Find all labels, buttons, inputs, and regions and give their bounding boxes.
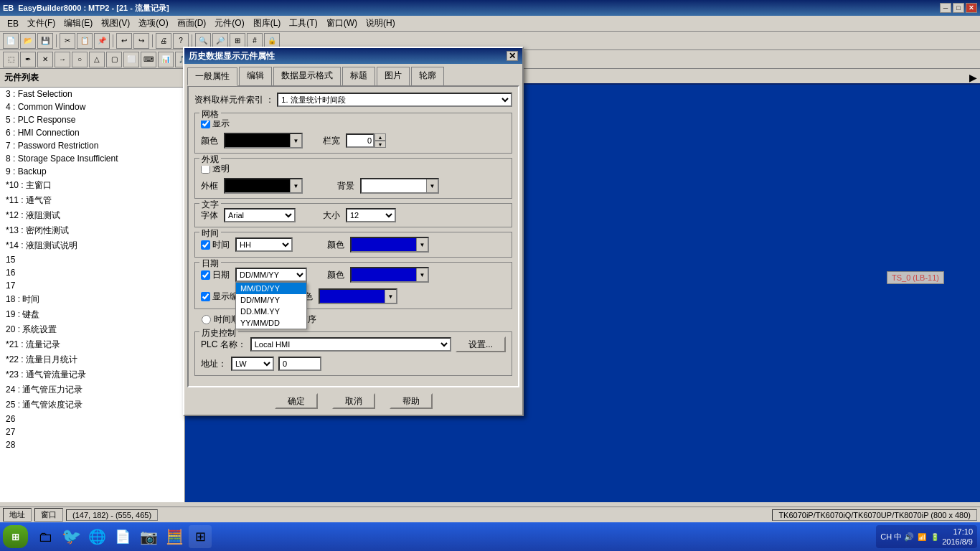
menu-eb[interactable]: EB (3, 17, 23, 30)
grid-width-down[interactable]: ▼ (374, 141, 386, 148)
dialog-close-btn[interactable]: ✕ (507, 51, 518, 61)
t2-btn4[interactable]: → (55, 52, 70, 67)
t2-btn5[interactable]: ○ (72, 52, 88, 67)
addr-value-input[interactable]: 0 (278, 357, 321, 371)
t2-btn1[interactable]: ⬚ (3, 52, 19, 67)
sidebar-item-14[interactable]: *14 : 液阻测试说明 (0, 238, 184, 253)
menu-edit[interactable]: 编辑(E) (60, 16, 97, 31)
time-asc-radio[interactable] (202, 315, 211, 324)
t2-btn10[interactable]: 📊 (158, 52, 174, 67)
sidebar-item-7[interactable]: 7 : Password Restriction (0, 139, 184, 152)
font-size-select[interactable]: 12 (346, 208, 396, 222)
minimize-button[interactable]: ─ (940, 3, 951, 13)
open-btn[interactable]: 📂 (20, 33, 36, 49)
dialog-tab-general[interactable]: 一般属性 (187, 67, 237, 86)
date-option-mmddyy[interactable]: MM/DD/YY (236, 283, 306, 294)
sidebar-item-4[interactable]: 4 : Common Window (0, 100, 184, 113)
taskbar-calc[interactable]: 🧮 (163, 525, 186, 548)
dialog-tab-image[interactable]: 图片 (377, 67, 410, 85)
dialog-tab-display-format[interactable]: 数据显示格式 (273, 67, 341, 85)
menu-window[interactable]: 窗口(W) (322, 16, 362, 31)
grid-width-up[interactable]: ▲ (374, 133, 386, 141)
menu-screen[interactable]: 画面(D) (173, 16, 211, 31)
t2-btn9[interactable]: ⌨ (141, 52, 156, 67)
sidebar-item-8[interactable]: 8 : Storage Space Insufficient (0, 152, 184, 165)
menu-file[interactable]: 文件(F) (23, 16, 60, 31)
sidebar-item-6[interactable]: 6 : HMI Connection (0, 126, 184, 139)
new-btn[interactable]: 📄 (3, 33, 19, 49)
plc-select[interactable]: Local HMI (250, 337, 451, 352)
time-checkbox[interactable] (201, 240, 210, 250)
close-button[interactable]: ✕ (966, 3, 977, 13)
copy-btn[interactable]: 📋 (77, 33, 93, 49)
sidebar-item-19[interactable]: 19 : 键盘 (0, 307, 184, 322)
sidebar-item-28[interactable]: 28 (0, 438, 184, 451)
dialog-tab-outline[interactable]: 轮廓 (411, 67, 444, 85)
sidebar-item-10[interactable]: *10 : 主窗口 (0, 178, 184, 193)
sidebar-item-12[interactable]: *12 : 液阻测试 (0, 208, 184, 223)
sidebar-item-18[interactable]: 18 : 时间 (0, 292, 184, 307)
t2-btn6[interactable]: △ (89, 52, 105, 67)
show-number-checkbox[interactable] (201, 292, 210, 301)
sidebar-item-17[interactable]: 17 (0, 279, 184, 292)
menu-options[interactable]: 选项(O) (134, 16, 172, 31)
cancel-button[interactable]: 取消 (332, 393, 375, 409)
taskbar-explorer[interactable]: 🗀 (34, 525, 57, 548)
taskbar-photo[interactable]: 📷 (137, 525, 160, 548)
help-button[interactable]: 帮助 (390, 393, 433, 409)
time-format-select[interactable]: HH (235, 237, 293, 252)
settings-btn[interactable]: 设置... (456, 336, 506, 352)
cut-btn[interactable]: ✂ (60, 33, 75, 49)
border-color-dropdown[interactable]: ▼ (290, 179, 301, 192)
time-color-dropdown[interactable]: ▼ (416, 238, 428, 251)
sidebar-item-3[interactable]: 3 : Fast Selection (0, 88, 184, 100)
tab-scroll-right[interactable]: ▶ (966, 72, 980, 83)
sidebar-item-21[interactable]: *21 : 流量记录 (0, 337, 184, 352)
restore-button[interactable]: □ (953, 3, 964, 13)
sidebar-item-25[interactable]: 25 : 通气管浓度记录 (0, 397, 184, 413)
font-select[interactable]: Arial (224, 208, 296, 222)
menu-element[interactable]: 元件(O) (210, 16, 248, 31)
menu-view[interactable]: 视图(V) (97, 16, 134, 31)
taskbar-app[interactable]: ⊞ (189, 525, 212, 548)
date-option-ddmmyy[interactable]: DD/MM/YY (236, 294, 306, 306)
sidebar-item-24[interactable]: 24 : 通气管压力记录 (0, 382, 184, 397)
sidebar-item-27[interactable]: 27 (0, 425, 184, 438)
taskbar-bird[interactable]: 🐦 (60, 525, 83, 548)
dialog-tab-title[interactable]: 标题 (342, 67, 375, 85)
ok-button[interactable]: 确定 (275, 393, 318, 409)
sidebar-item-23[interactable]: *23 : 通气管流量记录 (0, 367, 184, 382)
menu-library[interactable]: 图库(L) (249, 16, 286, 31)
paste-btn[interactable]: 📌 (94, 33, 110, 49)
sidebar-item-5[interactable]: 5 : PLC Response (0, 113, 184, 126)
taskbar-pdf[interactable]: 📄 (111, 525, 134, 548)
date-format-select[interactable]: DD/MM/YY (235, 268, 307, 282)
t2-btn2[interactable]: ✒ (20, 52, 36, 67)
date-color-dropdown[interactable]: ▼ (416, 268, 428, 281)
taskbar-globe[interactable]: 🌐 (85, 525, 108, 548)
sampling-select[interactable]: 1. 流量统计时间段 (277, 93, 512, 107)
dialog-tab-edit[interactable]: 编辑 (239, 67, 272, 85)
undo-btn[interactable]: ↩ (116, 33, 132, 49)
sidebar-item-11[interactable]: *11 : 通气管 (0, 193, 184, 208)
number-color-dropdown[interactable]: ▼ (385, 290, 396, 303)
t2-btn8[interactable]: ⬜ (123, 52, 139, 67)
sidebar-item-20[interactable]: 20 : 系统设置 (0, 322, 184, 337)
grid-width-input[interactable]: 0 (346, 133, 374, 148)
print-btn[interactable]: 🖨 (156, 33, 171, 49)
date-option-ddmmyy2[interactable]: DD.MM.YY (236, 306, 306, 317)
menu-help[interactable]: 说明(H) (362, 16, 400, 31)
start-button[interactable]: ⊞ (3, 525, 28, 548)
addr-prefix-select[interactable]: LW (231, 357, 274, 371)
sidebar-item-15[interactable]: 15 (0, 253, 184, 266)
date-checkbox[interactable] (201, 270, 210, 280)
sidebar-item-22[interactable]: *22 : 流量日月统计 (0, 352, 184, 367)
sidebar-item-13[interactable]: *13 : 密闭性测试 (0, 223, 184, 238)
t2-btn3[interactable]: ✕ (37, 52, 53, 67)
grid-color-dropdown-btn[interactable]: ▼ (290, 134, 301, 147)
date-option-yymmdd[interactable]: YY/MM/DD (236, 317, 306, 329)
sidebar-item-9[interactable]: 9 : Backup (0, 165, 184, 178)
bg-color-dropdown[interactable]: ▼ (426, 179, 438, 192)
t2-btn7[interactable]: ▢ (106, 52, 122, 67)
menu-tools[interactable]: 工具(T) (285, 16, 321, 31)
